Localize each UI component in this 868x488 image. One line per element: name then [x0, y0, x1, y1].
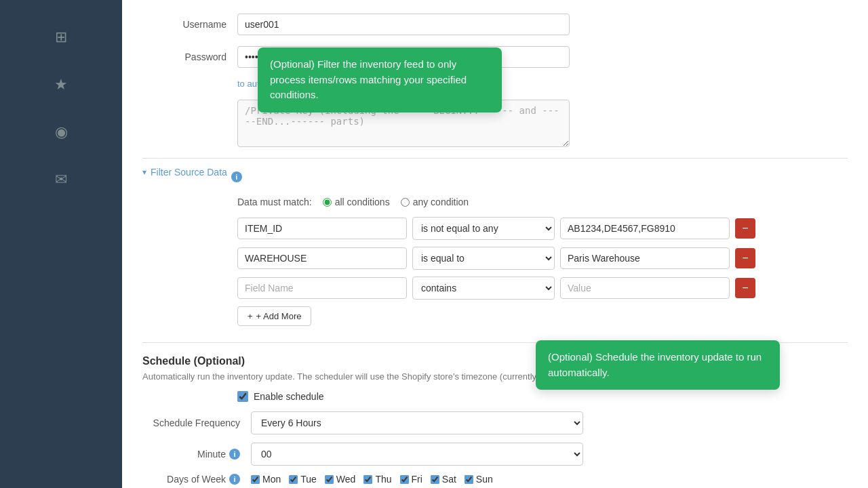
filter-section-toggle[interactable]: ▾ Filter Source Data — [142, 167, 227, 178]
any-condition-radio[interactable] — [401, 198, 410, 207]
password-label: Password — [142, 52, 237, 62]
filter-operator-2[interactable]: is not equal to any is equal to contains… — [412, 247, 555, 270]
day-sun[interactable]: Sun — [465, 474, 493, 485]
days-of-week: Mon Tue Wed Thu Fri Sat Sun — [251, 474, 493, 485]
divider-1 — [142, 158, 848, 159]
filter-row-2: is not equal to any is equal to contains… — [237, 247, 848, 270]
schedule-days-label: Days of Week i — [142, 474, 251, 485]
schedule-minute-row: Minute i 00 15 30 45 — [142, 443, 848, 466]
sidebar-icon-mail[interactable]: ✉ — [44, 163, 78, 197]
filter-operator-1[interactable]: is not equal to any is equal to contains… — [412, 217, 555, 240]
main-content: (Optional) Filter the inventory feed to … — [122, 0, 868, 488]
filter-remove-3[interactable]: − — [735, 278, 755, 298]
sidebar-icon-star[interactable]: ★ — [44, 68, 78, 102]
filter-header-row: ▾ Filter Source Data i — [142, 167, 848, 187]
schedule-frequency-row: Schedule Frequency Every 6 Hours Every H… — [142, 411, 848, 434]
all-conditions-label: all conditions — [335, 197, 390, 207]
days-info-icon[interactable]: i — [229, 474, 240, 485]
filter-value-1[interactable] — [560, 218, 730, 239]
day-mon[interactable]: Mon — [251, 474, 281, 485]
all-conditions-radio[interactable] — [323, 198, 332, 207]
filter-row-3: is not equal to any is equal to contains… — [237, 277, 848, 300]
all-conditions-option[interactable]: all conditions — [323, 197, 390, 207]
username-row: Username — [142, 14, 848, 35]
filter-field-2[interactable] — [237, 247, 407, 269]
enable-schedule-checkbox[interactable] — [237, 391, 248, 402]
filter-info-icon[interactable]: i — [231, 171, 242, 182]
sidebar: ⊞ ★ ◉ ✉ — [0, 0, 122, 488]
enable-schedule-row: Enable schedule — [237, 391, 848, 402]
add-more-button[interactable]: + + Add More — [237, 306, 311, 326]
sidebar-icon-rss[interactable]: ◉ — [44, 115, 78, 149]
filter-value-2[interactable] — [560, 247, 730, 269]
any-condition-option[interactable]: any condition — [401, 197, 469, 207]
chevron-icon: ▾ — [142, 167, 146, 177]
filter-remove-2[interactable]: − — [735, 248, 755, 268]
schedule-days-row: Days of Week i Mon Tue Wed Thu Fri Sat S… — [142, 474, 848, 485]
username-label: Username — [142, 19, 237, 30]
day-thu[interactable]: Thu — [363, 474, 391, 485]
any-condition-label: any condition — [413, 197, 469, 207]
day-sat[interactable]: Sat — [431, 474, 456, 485]
data-must-match-row: Data must match: all conditions any cond… — [237, 197, 848, 207]
minute-info-icon[interactable]: i — [229, 449, 240, 460]
filter-row-1: is not equal to any is equal to contains… — [237, 217, 848, 240]
filter-tooltip: (Optional) Filter the inventory feed to … — [258, 47, 502, 113]
filter-field-1[interactable] — [237, 218, 407, 239]
filter-remove-1[interactable]: − — [735, 218, 755, 239]
enable-schedule-label: Enable schedule — [254, 391, 324, 402]
day-tue[interactable]: Tue — [289, 474, 317, 485]
schedule-frequency-label: Schedule Frequency — [142, 418, 251, 428]
data-must-match-label: Data must match: — [237, 197, 312, 207]
day-fri[interactable]: Fri — [400, 474, 422, 485]
schedule-minute-label: Minute i — [142, 449, 251, 460]
day-wed[interactable]: Wed — [325, 474, 356, 485]
filter-operator-3[interactable]: is not equal to any is equal to contains… — [412, 277, 555, 300]
schedule-frequency-select[interactable]: Every 6 Hours Every Hour Every 2 Hours E… — [251, 411, 583, 434]
schedule-tooltip: (Optional) Schedule the inventory update… — [536, 340, 780, 390]
filter-value-3[interactable] — [560, 277, 730, 299]
username-input[interactable] — [237, 14, 570, 35]
filter-field-3[interactable] — [237, 277, 407, 299]
sidebar-icon-grid[interactable]: ⊞ — [44, 20, 78, 54]
plus-icon: + — [248, 311, 253, 321]
schedule-minute-select[interactable]: 00 15 30 45 — [251, 443, 583, 466]
